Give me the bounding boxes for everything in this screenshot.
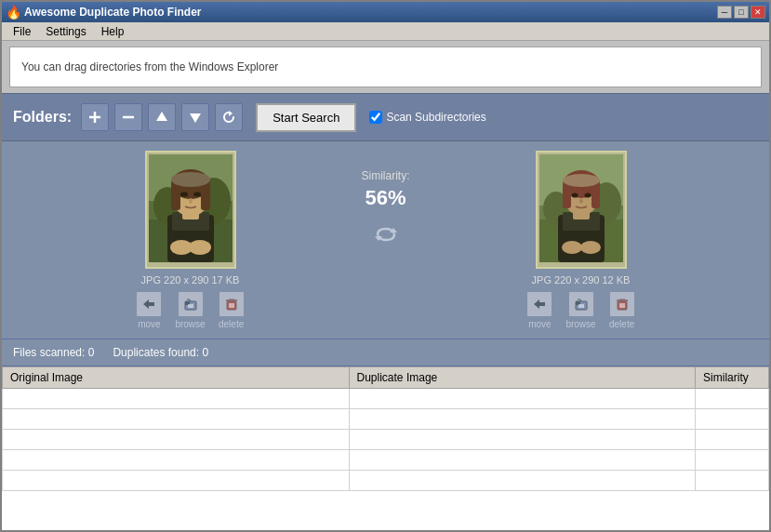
svg-point-55 xyxy=(562,241,582,254)
right-move-action: move xyxy=(526,291,552,329)
svg-rect-16 xyxy=(171,184,180,210)
svg-point-52 xyxy=(571,193,578,198)
close-button[interactable]: ✕ xyxy=(751,6,765,19)
results-table-wrapper: Original Image Duplicate Image Similarit… xyxy=(2,366,769,530)
svg-point-20 xyxy=(193,193,201,197)
svg-point-21 xyxy=(189,198,193,204)
table-row xyxy=(3,389,769,409)
similarity-label: Similarity: xyxy=(361,169,409,182)
remove-folder-button[interactable] xyxy=(114,103,142,131)
column-header-original: Original Image xyxy=(3,367,350,389)
left-browse-label: browse xyxy=(175,319,205,329)
right-delete-action: delete xyxy=(609,291,635,329)
left-delete-action: delete xyxy=(219,291,245,329)
svg-point-56 xyxy=(580,241,601,254)
right-delete-label: delete xyxy=(609,319,634,329)
column-header-similarity: Similarity xyxy=(696,367,769,389)
svg-marker-24 xyxy=(143,299,154,309)
status-bar: Files scanned: 0 Duplicates found: 0 xyxy=(2,339,769,366)
restore-button[interactable]: □ xyxy=(734,6,749,19)
menu-help[interactable]: Help xyxy=(94,23,132,40)
left-delete-button[interactable] xyxy=(219,291,245,317)
left-move-label: move xyxy=(138,319,160,329)
title-controls: ─ □ ✕ xyxy=(717,6,765,19)
right-image xyxy=(539,154,623,262)
duplicates-found-label: Duplicates found: 0 xyxy=(113,346,208,359)
left-move-button[interactable] xyxy=(136,291,162,317)
right-browse-label: browse xyxy=(565,319,595,329)
left-image-panel: JPG 220 x 290 17 KB move xyxy=(42,151,339,329)
drag-hint-area: You can drag directories from the Window… xyxy=(9,47,762,87)
left-browse-button[interactable] xyxy=(178,291,204,317)
app-icon: 🔥 xyxy=(6,5,20,20)
right-browse-action: browse xyxy=(565,291,595,329)
left-browse-action: browse xyxy=(175,291,205,329)
right-image-actions: move browse xyxy=(526,291,634,329)
start-search-button[interactable]: Start Search xyxy=(256,103,356,132)
table-row xyxy=(3,430,769,450)
right-move-button[interactable] xyxy=(526,291,552,317)
similarity-panel: Similarity: 56% xyxy=(339,151,432,253)
table-row xyxy=(3,450,769,471)
scan-subdirectories-control: Scan Subdirectories xyxy=(369,111,485,124)
svg-rect-17 xyxy=(201,184,210,210)
move-up-button[interactable] xyxy=(148,103,176,131)
refresh-button[interactable] xyxy=(215,103,243,131)
app-window: 🔥 Awesome Duplicate Photo Finder ─ □ ✕ F… xyxy=(0,0,771,532)
main-content: You can drag directories from the Window… xyxy=(2,41,769,530)
app-title: Awesome Duplicate Photo Finder xyxy=(24,6,201,19)
left-delete-label: delete xyxy=(219,319,244,329)
title-bar-left: 🔥 Awesome Duplicate Photo Finder xyxy=(6,5,201,20)
svg-marker-3 xyxy=(156,112,167,121)
right-delete-button[interactable] xyxy=(609,291,635,317)
svg-point-23 xyxy=(189,240,211,255)
left-image-actions: move browse xyxy=(136,291,244,329)
svg-marker-57 xyxy=(534,299,545,309)
folders-label: Folders: xyxy=(13,109,72,126)
right-image-panel: JPG 220 x 290 12 KB move xyxy=(432,151,730,329)
comparison-area: JPG 220 x 290 17 KB move xyxy=(2,141,769,339)
menu-bar: File Settings Help xyxy=(2,22,769,41)
results-table: Original Image Duplicate Image Similarit… xyxy=(2,366,769,491)
left-image-info: JPG 220 x 290 17 KB xyxy=(141,274,240,286)
scan-subdirectories-checkbox[interactable] xyxy=(369,111,382,124)
title-bar: 🔥 Awesome Duplicate Photo Finder ─ □ ✕ xyxy=(2,2,769,22)
svg-point-19 xyxy=(180,193,188,197)
svg-point-54 xyxy=(579,199,583,204)
svg-point-18 xyxy=(171,172,210,187)
column-header-duplicate: Duplicate Image xyxy=(349,367,696,389)
right-move-label: move xyxy=(528,319,551,329)
right-image-info: JPG 220 x 290 12 KB xyxy=(532,274,631,286)
table-row xyxy=(3,471,769,491)
svg-rect-59 xyxy=(576,301,580,305)
drag-hint-text: You can drag directories from the Window… xyxy=(21,60,278,73)
scan-subdirectories-label: Scan Subdirectories xyxy=(386,111,485,124)
swap-button[interactable] xyxy=(373,221,399,253)
svg-marker-5 xyxy=(229,111,233,116)
left-image xyxy=(149,154,233,262)
similarity-value: 56% xyxy=(365,186,405,210)
table-row xyxy=(3,409,769,430)
add-folder-button[interactable] xyxy=(81,103,109,131)
svg-rect-49 xyxy=(563,184,571,208)
files-scanned-label: Files scanned: 0 xyxy=(13,346,94,359)
svg-point-53 xyxy=(584,193,591,198)
menu-file[interactable]: File xyxy=(6,23,38,40)
menu-settings[interactable]: Settings xyxy=(38,23,93,40)
left-image-frame xyxy=(145,151,236,269)
right-image-frame xyxy=(536,151,627,269)
minimize-button[interactable]: ─ xyxy=(717,6,732,19)
folders-toolbar: Folders: xyxy=(2,93,769,141)
svg-marker-4 xyxy=(190,113,201,123)
right-browse-button[interactable] xyxy=(568,291,594,317)
svg-point-51 xyxy=(563,174,600,187)
svg-rect-26 xyxy=(185,301,190,305)
left-move-action: move xyxy=(136,291,162,329)
move-down-button[interactable] xyxy=(181,103,209,131)
svg-rect-50 xyxy=(592,184,600,208)
